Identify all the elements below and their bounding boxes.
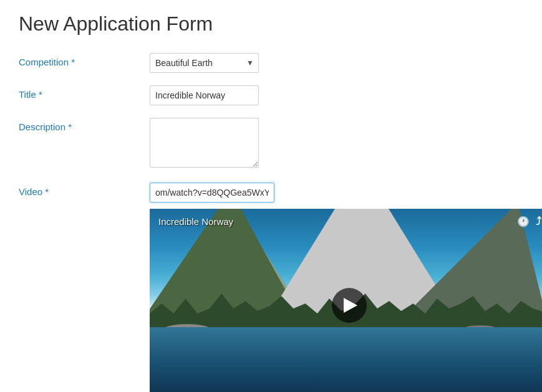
video-label: Video * [19,183,150,197]
clock-icon[interactable] [517,215,530,228]
competition-row: Competition * Beautiful Earth Nature's B… [19,53,523,73]
title-row: Title * [19,85,523,105]
page-title: New Application Form [19,12,523,36]
play-triangle [344,298,357,313]
competition-control: Beautiful Earth Nature's Best Landscape … [150,53,523,73]
share-icon[interactable] [536,215,541,228]
competition-select[interactable]: Beautiful Earth Nature's Best Landscape … [150,53,259,73]
video-preview: Incredible Norway [150,209,542,392]
video-row: Video * Incredible Norway [19,183,523,392]
title-label: Title * [19,85,150,100]
title-control [150,85,523,105]
competition-label: Competition * [19,53,150,67]
description-row: Description * [19,118,523,170]
video-input[interactable] [150,183,274,203]
water-sheen [150,327,542,392]
title-input[interactable] [150,85,259,105]
video-control: Incredible Norway [150,183,542,392]
play-button[interactable] [332,288,367,323]
video-title: Incredible Norway [158,216,233,227]
description-control [150,118,523,170]
competition-select-wrapper[interactable]: Beautiful Earth Nature's Best Landscape … [150,53,259,73]
description-label: Description * [19,118,150,132]
video-icons [517,215,541,228]
description-textarea[interactable] [150,118,259,168]
